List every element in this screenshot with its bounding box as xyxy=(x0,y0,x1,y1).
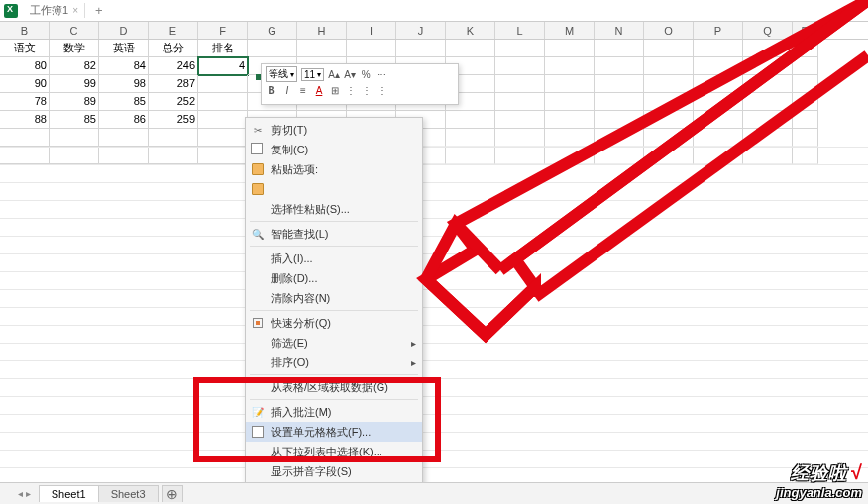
more-icon[interactable]: ⋯ xyxy=(376,68,387,80)
italic-icon[interactable]: I xyxy=(281,84,293,96)
col-header[interactable]: H xyxy=(297,22,347,39)
cell[interactable] xyxy=(198,93,248,111)
col-header[interactable]: L xyxy=(495,22,545,39)
menu-item[interactable]: 删除(D)... xyxy=(246,268,422,288)
cell[interactable] xyxy=(446,111,495,129)
cell[interactable] xyxy=(743,57,793,75)
cell[interactable] xyxy=(495,75,545,93)
decrease-font-icon[interactable]: A▾ xyxy=(344,68,356,80)
cell[interactable] xyxy=(595,75,644,93)
col-header[interactable]: F xyxy=(198,22,248,39)
header-cell[interactable]: 语文 xyxy=(0,40,50,57)
header-cell[interactable]: 数学 xyxy=(50,40,99,57)
col-header[interactable]: Q xyxy=(743,22,793,39)
cell[interactable] xyxy=(644,57,694,75)
cell[interactable] xyxy=(644,75,694,93)
increase-font-icon[interactable]: A▴ xyxy=(328,68,340,80)
cell[interactable] xyxy=(793,111,818,129)
format-icon[interactable]: ⋮ xyxy=(345,84,357,96)
cell[interactable]: 99 xyxy=(50,75,99,93)
col-header[interactable]: P xyxy=(694,22,743,39)
menu-item[interactable]: 清除内容(N) xyxy=(246,288,422,308)
font-select[interactable]: 等线▾ xyxy=(266,66,297,82)
cell[interactable]: 246 xyxy=(149,57,198,75)
menu-item[interactable]: 从下拉列表中选择(K)... xyxy=(246,442,422,461)
cell[interactable] xyxy=(198,111,248,129)
cell[interactable]: 88 xyxy=(0,111,50,129)
font-size-select[interactable]: 11▾ xyxy=(301,68,324,81)
cell[interactable] xyxy=(495,111,545,129)
cell[interactable]: 85 xyxy=(50,111,99,129)
col-header[interactable]: K xyxy=(446,22,495,39)
cell[interactable] xyxy=(743,75,793,93)
sheet-nav-icon[interactable]: ◂ ▸ xyxy=(18,488,31,499)
header-cell[interactable]: 英语 xyxy=(99,40,149,57)
sheet-tab-other[interactable]: Sheet3 xyxy=(98,485,159,502)
empty-grid[interactable] xyxy=(0,147,868,481)
cell[interactable] xyxy=(545,57,595,75)
percent-icon[interactable]: % xyxy=(360,68,372,80)
new-tab-button[interactable]: + xyxy=(91,3,107,18)
cell[interactable] xyxy=(694,75,743,93)
header-cell[interactable]: 总分 xyxy=(149,40,198,57)
cell[interactable] xyxy=(495,93,545,111)
col-header[interactable]: C xyxy=(50,22,99,39)
column-headers[interactable]: BCDEFGHIJKLMNOPQR xyxy=(0,22,868,40)
col-header[interactable]: G xyxy=(248,22,297,39)
cell[interactable]: 287 xyxy=(149,75,198,93)
close-icon[interactable]: × xyxy=(72,5,78,16)
cell[interactable] xyxy=(793,75,818,93)
col-header[interactable]: O xyxy=(644,22,694,39)
menu-item[interactable]: 智能查找(L) xyxy=(246,224,422,244)
col-header[interactable]: J xyxy=(396,22,446,39)
cell[interactable] xyxy=(694,93,743,111)
sheet-tab-active[interactable]: Sheet1 xyxy=(39,485,99,502)
menu-item[interactable]: 从表格/区域获取数据(G) xyxy=(246,377,422,397)
cell[interactable]: 259 xyxy=(149,111,198,129)
menu-item[interactable]: 排序(O)▸ xyxy=(246,353,422,372)
col-header[interactable]: N xyxy=(595,22,644,39)
cell[interactable]: 90 xyxy=(0,75,50,93)
header-cell[interactable]: 排名 xyxy=(198,40,248,57)
cell[interactable]: 252 xyxy=(149,93,198,111)
cell[interactable] xyxy=(495,57,545,75)
cell[interactable] xyxy=(198,75,248,93)
cell[interactable]: 4 xyxy=(198,57,248,75)
menu-item[interactable]: 筛选(E)▸ xyxy=(246,333,422,353)
col-header[interactable]: E xyxy=(149,22,198,39)
align-icon[interactable]: ≡ xyxy=(297,84,309,96)
font-color-icon[interactable]: A xyxy=(313,84,325,96)
cell[interactable] xyxy=(595,111,644,129)
col-header[interactable]: D xyxy=(99,22,149,39)
cell[interactable]: 84 xyxy=(99,57,149,75)
cell[interactable]: 82 xyxy=(50,57,99,75)
menu-item[interactable]: 选择性粘贴(S)... xyxy=(246,199,422,219)
menu-item[interactable]: 显示拼音字段(S) xyxy=(246,461,422,481)
file-tab[interactable]: 工作簿1 × xyxy=(24,3,85,18)
menu-item[interactable]: 粘贴选项: xyxy=(246,159,422,179)
bold-icon[interactable]: B xyxy=(266,84,277,96)
col-header[interactable]: I xyxy=(347,22,396,39)
cell[interactable] xyxy=(743,93,793,111)
cell[interactable] xyxy=(694,57,743,75)
cell[interactable]: 78 xyxy=(0,93,50,111)
cell[interactable]: 80 xyxy=(0,57,50,75)
format-icon-2[interactable]: ⋮ xyxy=(361,84,373,96)
col-header[interactable]: B xyxy=(0,22,50,39)
menu-item[interactable]: 插入批注(M) xyxy=(246,402,422,422)
cell[interactable] xyxy=(793,57,818,75)
menu-item[interactable] xyxy=(246,179,422,199)
cell[interactable] xyxy=(595,93,644,111)
menu-item[interactable]: 复制(C) xyxy=(246,140,422,159)
cell[interactable] xyxy=(545,75,595,93)
menu-item[interactable]: 设置单元格格式(F)... xyxy=(246,422,422,442)
col-header[interactable]: R xyxy=(793,22,818,39)
menu-item[interactable]: 快速分析(Q) xyxy=(246,313,422,333)
cell[interactable] xyxy=(743,111,793,129)
cell[interactable] xyxy=(793,93,818,111)
border-icon[interactable]: ⊞ xyxy=(329,84,341,96)
col-header[interactable]: M xyxy=(545,22,595,39)
cell[interactable] xyxy=(545,93,595,111)
cell[interactable]: 86 xyxy=(99,111,149,129)
add-sheet-button[interactable]: ⊕ xyxy=(162,485,183,502)
